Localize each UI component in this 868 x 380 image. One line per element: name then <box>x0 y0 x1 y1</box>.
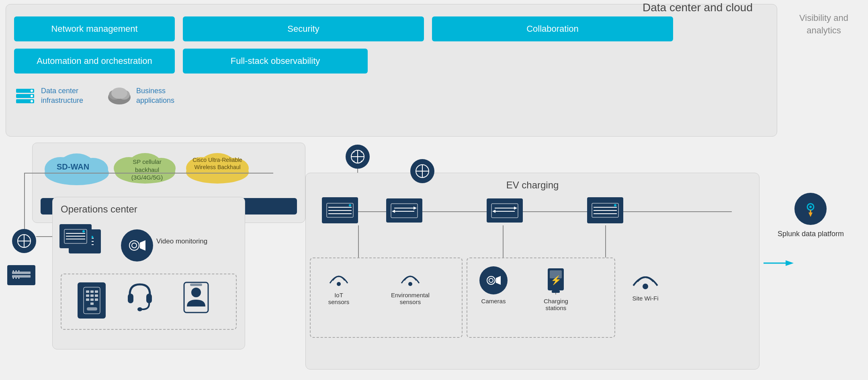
phone-icon <box>78 282 106 319</box>
splunk-label: Splunk data platform <box>778 229 844 239</box>
svg-rect-63 <box>184 282 208 313</box>
ops-center-box: Operations center Video monitoring <box>52 197 245 349</box>
splunk-container: Splunk data platform <box>778 193 844 239</box>
svg-rect-53 <box>90 294 94 297</box>
charging-label: Chargingstations <box>544 298 568 311</box>
svg-point-64 <box>191 288 201 297</box>
dc-infra-item: Data centerinfrastructure <box>14 85 83 107</box>
ev-switch-right-top <box>587 197 623 223</box>
ev-label: EV charging <box>306 173 759 191</box>
svg-rect-52 <box>86 294 89 297</box>
badge-icon <box>182 280 210 316</box>
svg-rect-61 <box>146 294 152 303</box>
svg-rect-49 <box>86 290 89 293</box>
svg-point-45 <box>129 241 139 250</box>
svg-rect-33 <box>12 275 31 278</box>
svg-rect-59 <box>87 307 97 311</box>
dc-infra-label: Data centerinfrastructure <box>41 86 83 105</box>
ops-label: Operations center <box>53 197 245 215</box>
ev-switch-left-top <box>322 197 358 223</box>
site-wifi-label: Site Wi-Fi <box>633 295 659 302</box>
svg-text:⚡: ⚡ <box>551 275 562 286</box>
svg-point-111 <box>82 230 85 233</box>
svg-rect-54 <box>95 294 98 297</box>
iot-label: IoTsensors <box>328 292 350 305</box>
arrow-icon <box>764 257 796 269</box>
svg-point-88 <box>614 204 616 206</box>
svg-point-90 <box>408 282 412 286</box>
ops-dashed-box <box>61 274 237 330</box>
sp-label: SP cellularbackhaul(3G/4G/5G) <box>123 158 171 182</box>
env-sensor-icon <box>398 266 422 288</box>
dc-cloud-label: Data center and cloud <box>643 1 753 14</box>
ev-switch-icon-1 <box>326 201 354 219</box>
env-label: Environmentalsensors <box>391 292 430 305</box>
iot-sensors-item: IoTsensors <box>327 266 351 305</box>
svg-rect-60 <box>128 294 133 303</box>
ev-v2 <box>503 225 504 257</box>
env-sensors-item: Environmentalsensors <box>391 266 430 305</box>
conn-top-h <box>24 173 273 174</box>
ev-network-node <box>410 159 434 183</box>
ops-top-switch <box>59 224 92 248</box>
ev-charging-box: EV charging <box>305 173 760 370</box>
ev-router-mid-right <box>487 198 523 223</box>
main-diagram: Data center and cloud Network management… <box>0 0 868 380</box>
button-row-1: Network management Security Collaboratio… <box>14 16 673 41</box>
charging-item: ⚡ Chargingstations <box>544 266 568 311</box>
camera-icon-ev <box>485 272 502 289</box>
ev-v1 <box>358 225 359 257</box>
svg-rect-57 <box>95 298 98 301</box>
visibility-panel: Visibility and analytics <box>784 4 864 84</box>
biz-app-label: Businessapplications <box>136 86 174 105</box>
svg-point-99 <box>643 284 648 289</box>
splunk-icon-circle <box>794 193 827 225</box>
iot-env-dashed-box: IoTsensors Environmentalsensors <box>310 257 463 338</box>
svg-point-3 <box>31 90 33 92</box>
dc-cloud-box: Data center and cloud Network management… <box>6 4 777 137</box>
person-badge-svg <box>182 280 210 315</box>
left-network-node <box>12 229 36 253</box>
splunk-logo-icon <box>800 199 821 219</box>
charging-station-icon: ⚡ <box>544 266 568 294</box>
collaboration-button[interactable]: Collaboration <box>432 16 673 41</box>
svg-point-9 <box>111 88 127 99</box>
svg-rect-58 <box>90 302 94 305</box>
infrastructure-icons-row: Data centerinfrastructure Businessapplic… <box>14 85 174 107</box>
svg-rect-51 <box>95 290 98 293</box>
svg-point-4 <box>31 95 33 97</box>
camera-circle <box>479 266 508 294</box>
svg-rect-32 <box>12 272 31 274</box>
dc-infra-icon <box>14 85 36 107</box>
visibility-label: Visibility and analytics <box>784 12 864 37</box>
svg-rect-97 <box>552 290 560 293</box>
left-switch <box>7 265 35 285</box>
security-button[interactable]: Security <box>183 16 424 41</box>
automation-button[interactable]: Automation and orchestration <box>14 49 175 74</box>
keypad-icon <box>83 286 101 315</box>
top-network-node <box>346 145 370 169</box>
conn-left-v <box>24 173 25 229</box>
ev-switch-icon-4 <box>591 201 619 219</box>
network-management-button[interactable]: Network management <box>14 16 175 41</box>
svg-rect-65 <box>190 284 202 286</box>
fullstack-button[interactable]: Full-stack observability <box>183 49 368 74</box>
cameras-label: Cameras <box>481 298 506 304</box>
crosshair-icon <box>350 149 365 164</box>
svg-point-62 <box>137 307 142 311</box>
video-circle <box>121 229 153 262</box>
ops-switch-svg <box>63 227 88 245</box>
biz-app-icon <box>107 86 131 106</box>
ev-router-icon-3 <box>491 202 519 220</box>
svg-rect-55 <box>86 298 89 301</box>
crosshair-icon-2 <box>17 234 31 248</box>
site-wifi-item: Site Wi-Fi <box>631 266 659 302</box>
svg-rect-50 <box>90 290 94 293</box>
svg-point-92 <box>489 278 493 282</box>
sdwan-label: SD-WAN <box>57 162 89 172</box>
svg-point-91 <box>487 276 495 284</box>
cameras-item: Cameras <box>479 266 508 304</box>
button-row-2: Automation and orchestration Full-stack … <box>14 49 368 74</box>
svg-point-46 <box>132 243 137 248</box>
ev-router-icon-2 <box>390 202 418 220</box>
